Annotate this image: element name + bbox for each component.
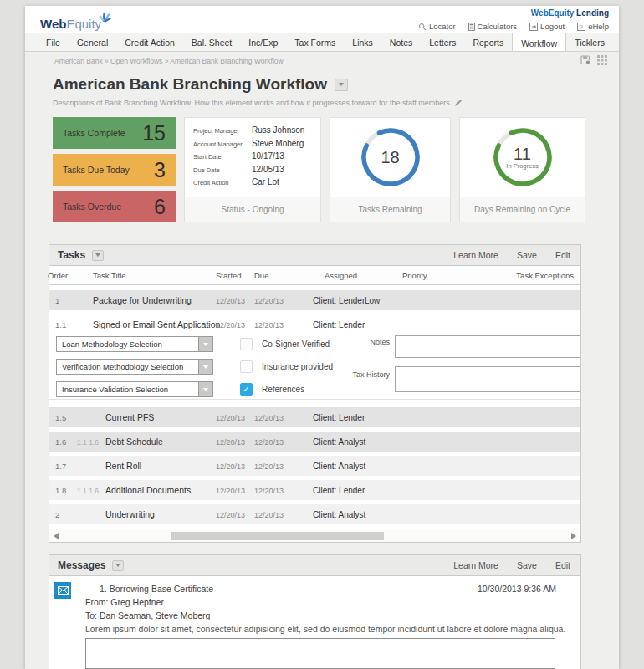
expanded-checkboxes: Co-Signer VerifiedInsurance provided✓Ref… (240, 334, 333, 397)
horizontal-scrollbar[interactable] (49, 529, 580, 542)
verification-methodology-selection-select[interactable]: Verification Methodology Selection (56, 359, 213, 375)
reply-textarea[interactable] (85, 638, 555, 669)
tab-ticklers[interactable]: Ticklers (566, 33, 613, 51)
task-title: Package for Underwriting (93, 295, 192, 305)
task-row-package-for-underwriting[interactable]: 1Package for Underwriting12/20/1312/20/1… (49, 290, 580, 310)
col-priority: Priority (402, 271, 427, 280)
messages-dropdown-button[interactable] (112, 560, 124, 571)
tab-inc-exp[interactable]: Inc/Exp (240, 33, 286, 51)
task-row-signed-or-email-sent-application[interactable]: 1.1Signed or Email Sent Application12/20… (49, 314, 580, 334)
page-title: American Bank Branching Workflow (53, 75, 327, 94)
task-row-additional-documents[interactable]: 1.81.1 1.6Additional Documents12/20/1312… (49, 480, 580, 500)
loan-methodology-selection-select[interactable]: Loan Methodology Selection (56, 336, 213, 352)
task-order: 1.8 (55, 486, 66, 495)
action-save[interactable]: Save (517, 250, 537, 260)
message-timestamp: 10/30/2013 9:36 AM (478, 584, 556, 594)
title-row: American Bank Branching Workflow (25, 70, 619, 94)
toplink-ehelp[interactable]: ?eHelp (577, 22, 609, 31)
action-learn-more[interactable]: Learn More (453, 250, 498, 260)
tab-reports[interactable]: Reports (464, 33, 512, 51)
scrollbar-thumb[interactable] (171, 532, 384, 540)
product-lending: Lending (576, 8, 609, 18)
in-progress-label: In Progress (506, 162, 538, 170)
task-title: Underwriting (105, 509, 155, 519)
task-due: 12/20/13 (254, 487, 284, 495)
info-row-project-manager: Project ManagerRuss Johnson (193, 125, 312, 135)
message-subject: 1. Borrowing Base Certificate (100, 584, 213, 594)
task-started: 12/20/13 (216, 487, 245, 495)
col-due: Due (254, 271, 268, 280)
task-assigned: Client: Lender (313, 320, 365, 329)
tab-notes[interactable]: Notes (381, 33, 421, 51)
stat-card-tasks-overdue: Tasks Overdue6 (53, 191, 176, 222)
messages-actions: Learn MoreSaveEdit (453, 560, 570, 570)
tab-file[interactable]: File (38, 33, 69, 51)
col-task-title: Task Title (93, 271, 126, 280)
toplink-calculators[interactable]: Calculators (468, 22, 518, 31)
action-edit[interactable]: Edit (555, 250, 570, 260)
logout-icon (529, 23, 538, 31)
task-row-current-pfs[interactable]: 1.5Current PFS12/20/1312/20/13Client: Le… (49, 407, 580, 427)
message-subject-row: 1. Borrowing Base Certificate 10/30/2013… (74, 584, 556, 594)
tab-tax-forms[interactable]: Tax Forms (286, 33, 344, 51)
tab-letters[interactable]: Letters (421, 33, 464, 51)
scroll-left-icon[interactable] (54, 533, 59, 539)
task-sub-order: 1.1 1.6 (77, 438, 99, 447)
task-started: 12/20/13 (216, 297, 245, 305)
info-row-due-date: Due Date12/05/13 (193, 165, 312, 174)
action-learn-more[interactable]: Learn More (453, 560, 498, 570)
days-remaining-label: Days Remaining on Cycle (460, 197, 585, 222)
task-assigned: Client: Analyst (313, 437, 365, 447)
edit-pencil-icon[interactable] (454, 99, 463, 107)
description-row: Descriptions of Bank Branching Workflow.… (25, 94, 619, 107)
select-chevron-icon[interactable] (198, 360, 212, 374)
unchecked-checkbox-icon[interactable] (240, 360, 253, 373)
insurance-validation-selection-select[interactable]: Insurance Validation Selection (56, 381, 213, 397)
message-to: To: Dan Seaman, Steve Moberg (85, 610, 556, 620)
search-icon (418, 23, 427, 31)
select-chevron-icon[interactable] (198, 337, 212, 351)
task-row-rent-roll[interactable]: 1.7Rent Roll12/20/1312/20/13Client: Anal… (49, 456, 580, 476)
grid-view-icon[interactable] (597, 54, 607, 69)
task-order: 1.5 (55, 413, 66, 422)
tab-links[interactable]: Links (344, 33, 381, 51)
days-remaining-ring: 11 In Progress (460, 118, 585, 197)
save-history-icon[interactable] (580, 54, 591, 69)
title-dropdown-button[interactable] (335, 79, 348, 91)
checkbox-references[interactable]: ✓References (240, 381, 333, 397)
scroll-right-icon[interactable] (571, 533, 576, 539)
task-order: 2 (55, 510, 59, 519)
info-row-account-manager: Account ManagerSteve Moberg (193, 139, 312, 148)
checkbox-insurance-provided[interactable]: Insurance provided (240, 359, 333, 375)
tab-bal-sheet[interactable]: Bal. Sheet (183, 33, 240, 51)
product-name: WebEquity Lending (418, 8, 609, 18)
logo-equity: Equity (66, 17, 101, 31)
toplink-logout[interactable]: Logout (529, 22, 565, 31)
checkbox-co-signer-verified[interactable]: Co-Signer Verified (240, 336, 333, 352)
notes-textarea[interactable] (395, 335, 580, 358)
checked-checkbox-icon[interactable]: ✓ (240, 383, 253, 396)
unchecked-checkbox-icon[interactable] (240, 338, 253, 350)
tab-credit-action[interactable]: Credit Action (116, 33, 183, 51)
task-row-underwriting[interactable]: 2Underwriting12/20/1312/20/13Client: Ana… (49, 504, 580, 524)
messages-panel: Messages Learn MoreSaveEdit 1. Borrowing… (49, 554, 581, 669)
tasks-columns: OrderTask TitleStartedDueAssignedPriorit… (49, 266, 580, 285)
task-due: 12/20/13 (254, 321, 284, 329)
tab-workflow[interactable]: Workflow (512, 33, 566, 51)
action-edit[interactable]: Edit (555, 560, 570, 570)
col-order: Order (48, 271, 68, 280)
tab-general[interactable]: General (69, 33, 116, 51)
task-order: 1.6 (55, 437, 66, 447)
task-started: 12/20/13 (216, 321, 245, 329)
col-started: Started (216, 271, 242, 280)
toplink-locator[interactable]: Locator (418, 22, 456, 31)
topbar-right: WebEquity Lending LocatorCalculatorsLogo… (418, 8, 609, 31)
logo-starburst-icon (99, 12, 111, 23)
task-title: Signed or Email Sent Application (93, 319, 220, 329)
tax-history-textarea[interactable] (395, 366, 580, 392)
action-save[interactable]: Save (517, 560, 537, 570)
page: WebEquity WebEquity Lending LocatorCalcu… (25, 6, 619, 669)
task-row-debt-schedule[interactable]: 1.61.1 1.6Debt Schedule12/20/1312/20/13C… (49, 432, 580, 452)
select-chevron-icon[interactable] (198, 382, 212, 396)
tasks-dropdown-button[interactable] (92, 250, 104, 261)
